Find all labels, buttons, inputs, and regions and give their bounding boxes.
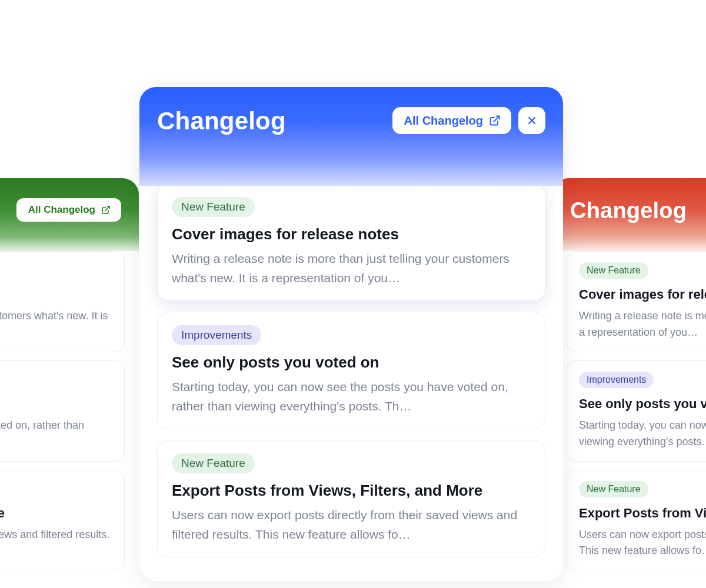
tag-new-feature: New Feature: [579, 262, 648, 279]
panel-header: Changelog All Changelog: [0, 178, 139, 251]
changelog-panel-green: Changelog All Changelog New Feature Cove…: [0, 178, 139, 588]
card-title: Export Posts from Views, Filters, and Mo…: [172, 482, 531, 500]
card-description: Writing a release note is more than just…: [0, 308, 112, 341]
changelog-card[interactable]: New Feature Export Posts from Views, Fil…: [567, 470, 706, 571]
panel-body: New Feature Cover images for release not…: [0, 251, 139, 588]
card-description: Users can now export posts directly from…: [579, 527, 706, 560]
page-title: Changelog: [157, 107, 286, 135]
tag-new-feature: New Feature: [172, 453, 255, 473]
all-changelog-button[interactable]: All Changelog: [392, 107, 511, 134]
changelog-panel-red: Changelog All Changelog New Feature Cove…: [552, 178, 706, 588]
header-actions: All Changelog: [16, 198, 121, 222]
changelog-card[interactable]: New Feature Cover images for release not…: [157, 183, 545, 301]
changelog-card[interactable]: Improvements See only posts you voted on…: [157, 312, 545, 429]
external-link-icon: [101, 205, 111, 215]
all-changelog-button[interactable]: All Changelog: [16, 198, 121, 222]
card-description: Users can now export posts directly from…: [172, 506, 531, 544]
panel-body: New Feature Cover images for release not…: [552, 251, 706, 588]
external-link-icon: [489, 115, 501, 126]
svg-line-2: [494, 116, 499, 122]
panel-header: Changelog All Changelog: [552, 178, 706, 251]
page-title: Changelog: [570, 198, 687, 223]
card-title: Cover images for release notes: [0, 287, 112, 302]
changelog-card[interactable]: Improvements See only posts you voted on…: [0, 360, 125, 462]
card-description: Starting today, you can now see the post…: [0, 417, 112, 450]
card-description: Starting today, you can now see the post…: [579, 417, 706, 450]
card-description: Users can now export posts directly from…: [0, 527, 112, 560]
card-description: Writing a release note is more than just…: [579, 308, 706, 341]
card-description: Starting today, you can now see the post…: [172, 377, 531, 416]
card-title: Export Posts from Views, Filters, and Mo…: [579, 506, 706, 521]
changelog-panel-blue: Changelog All Changelog New Feature Cove…: [139, 87, 563, 581]
card-title: Cover images for release notes: [579, 287, 706, 302]
all-changelog-label: All Changelog: [28, 204, 95, 216]
close-button[interactable]: [518, 107, 545, 134]
card-title: See only posts you voted on: [172, 353, 531, 372]
panel-header: Changelog All Changelog: [139, 87, 563, 186]
changelog-card[interactable]: Improvements See only posts you voted on…: [567, 360, 706, 462]
card-title: Export Posts from Views, Filters, and Mo…: [0, 506, 112, 521]
changelog-card[interactable]: New Feature Export Posts from Views, Fil…: [157, 440, 545, 557]
changelog-card[interactable]: New Feature Cover images for release not…: [0, 251, 125, 352]
header-actions: All Changelog: [392, 107, 545, 134]
panel-body: New Feature Cover images for release not…: [139, 183, 563, 581]
tag-new-feature: New Feature: [579, 481, 648, 497]
card-title: See only posts you voted on: [579, 396, 706, 412]
card-title: See only posts you voted on: [0, 396, 112, 412]
card-title: Cover images for release notes: [172, 225, 531, 243]
all-changelog-label: All Changelog: [404, 114, 483, 128]
svg-line-0: [105, 206, 109, 211]
tag-improvements: Improvements: [579, 372, 654, 388]
close-icon: [526, 115, 538, 126]
changelog-card[interactable]: New Feature Export Posts from Views, Fil…: [0, 470, 125, 571]
card-description: Writing a release note is more than just…: [172, 249, 531, 288]
tag-new-feature: New Feature: [172, 197, 255, 217]
changelog-card[interactable]: New Feature Cover images for release not…: [567, 251, 706, 352]
tag-improvements: Improvements: [172, 325, 261, 345]
